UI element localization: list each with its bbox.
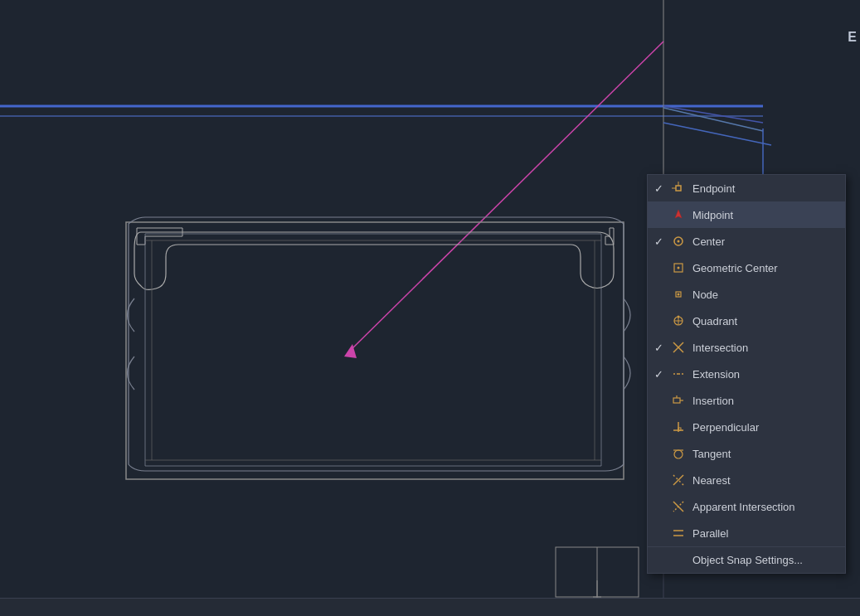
icon-nearest <box>669 471 688 489</box>
menu-label-node: Node <box>692 289 835 301</box>
cad-canvas: E ✓ Endpoint Midpoint <box>0 0 860 616</box>
icon-insertion <box>669 391 688 410</box>
menu-item-nearest[interactable]: Nearest <box>648 467 845 493</box>
svg-point-28 <box>678 293 680 296</box>
svg-line-15 <box>663 123 771 145</box>
menu-item-center[interactable]: ✓ Center <box>648 228 845 255</box>
icon-extension <box>669 365 688 383</box>
svg-rect-7 <box>126 222 624 479</box>
context-menu: ✓ Endpoint Midpoint ✓ <box>647 174 846 574</box>
menu-item-endpoint[interactable]: ✓ Endpoint <box>648 175 845 201</box>
icon-node <box>669 285 688 303</box>
menu-label-apparent-intersection: Apparent Intersection <box>692 501 835 513</box>
svg-line-45 <box>673 475 683 485</box>
menu-label-nearest: Nearest <box>692 474 835 487</box>
menu-item-midpoint[interactable]: Midpoint <box>648 201 845 228</box>
icon-intersection <box>669 338 688 357</box>
icon-object-snap <box>669 551 688 570</box>
menu-item-apparent-intersection[interactable]: Apparent Intersection <box>648 493 845 520</box>
icon-center <box>669 232 688 250</box>
svg-line-5 <box>348 41 663 352</box>
menu-label-insertion: Insertion <box>692 395 835 407</box>
menu-label-quadrant: Quadrant <box>692 315 835 327</box>
svg-point-24 <box>678 240 680 243</box>
svg-line-3 <box>663 108 763 131</box>
svg-rect-37 <box>673 398 680 403</box>
svg-point-43 <box>674 450 683 458</box>
menu-item-object-snap-settings[interactable]: Object Snap Settings... <box>648 546 845 573</box>
menu-label-midpoint: Midpoint <box>692 209 835 221</box>
menu-label-geometric-center: Geometric Center <box>692 262 835 274</box>
icon-perpendicular <box>669 418 688 436</box>
menu-item-parallel[interactable]: Parallel <box>648 520 845 546</box>
svg-rect-19 <box>676 186 681 191</box>
menu-item-node[interactable]: Node <box>648 281 845 308</box>
menu-label-parallel: Parallel <box>692 527 835 540</box>
checkmark-endpoint: ✓ <box>654 182 669 195</box>
icon-quadrant <box>669 312 688 330</box>
edge-label: E <box>848 30 857 45</box>
menu-label-intersection: Intersection <box>692 342 835 354</box>
menu-label-tangent: Tangent <box>692 448 835 460</box>
icon-midpoint <box>669 206 688 224</box>
icon-apparent-intersection <box>669 497 688 516</box>
svg-rect-42 <box>678 428 681 430</box>
menu-item-quadrant[interactable]: Quadrant <box>648 308 845 334</box>
checkmark-center: ✓ <box>654 235 669 248</box>
svg-point-32 <box>678 316 680 318</box>
menu-label-center: Center <box>692 235 835 248</box>
svg-line-4 <box>663 106 763 123</box>
menu-label-perpendicular: Perpendicular <box>692 421 835 434</box>
menu-label-object-snap: Object Snap Settings... <box>692 554 835 566</box>
menu-item-extension[interactable]: ✓ Extension <box>648 361 845 387</box>
icon-parallel <box>669 524 688 542</box>
icon-tangent <box>669 444 688 463</box>
menu-item-intersection[interactable]: ✓ Intersection <box>648 334 845 361</box>
checkmark-extension: ✓ <box>654 368 669 381</box>
menu-label-endpoint: Endpoint <box>692 182 835 195</box>
menu-item-perpendicular[interactable]: Perpendicular <box>648 414 845 440</box>
menu-item-tangent[interactable]: Tangent <box>648 440 845 467</box>
icon-geometric-center <box>669 259 688 277</box>
menu-item-insertion[interactable]: Insertion <box>648 387 845 414</box>
svg-marker-22 <box>675 210 682 218</box>
svg-point-26 <box>678 267 680 269</box>
menu-item-geometric-center[interactable]: Geometric Center <box>648 255 845 281</box>
menu-label-extension: Extension <box>692 368 835 381</box>
checkmark-intersection: ✓ <box>654 342 669 354</box>
icon-endpoint <box>669 179 688 197</box>
status-bar <box>0 598 860 616</box>
